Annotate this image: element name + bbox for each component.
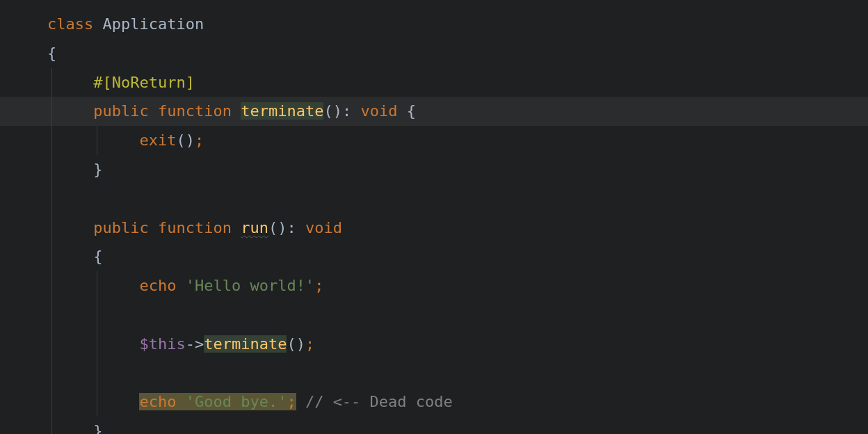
string-literal: 'Good bye.': [186, 393, 287, 410]
code-line[interactable]: [0, 300, 868, 330]
code-line[interactable]: }: [0, 417, 868, 434]
brace-open: {: [47, 45, 56, 62]
comment: // <-- Dead code: [305, 393, 453, 410]
variable-this: $this: [139, 335, 185, 353]
code-line-current[interactable]: public function terminate(): void {: [0, 97, 868, 126]
class-name: Application: [102, 15, 204, 33]
brace-close: }: [93, 422, 102, 434]
function-name-terminate: terminate: [241, 102, 323, 120]
code-line[interactable]: echo 'Good bye.'; // <-- Dead code: [0, 387, 868, 417]
code-line[interactable]: public function run(): void: [0, 214, 868, 243]
arrow-operator: ->: [186, 335, 204, 353]
code-line[interactable]: [0, 184, 868, 214]
keyword-public: public: [93, 219, 148, 236]
code-line[interactable]: {: [0, 39, 868, 68]
code-line[interactable]: echo 'Hello world!';: [0, 271, 868, 300]
dead-code-block: echo 'Good bye.';: [139, 393, 296, 410]
keyword-exit: exit: [139, 131, 176, 149]
code-line[interactable]: {: [0, 242, 868, 271]
code-line[interactable]: [0, 359, 868, 388]
code-editor[interactable]: class Application { #[NoReturn] public f…: [0, 0, 868, 434]
code-line[interactable]: }: [0, 155, 868, 184]
keyword-echo: echo: [139, 277, 176, 294]
function-name-run: run: [241, 219, 268, 236]
keyword-function: function: [158, 219, 232, 236]
brace-open: {: [93, 248, 102, 265]
keyword-echo: echo: [139, 393, 176, 410]
string-literal: 'Hello world!': [186, 277, 314, 294]
code-line[interactable]: class Application: [0, 10, 868, 39]
type-void: void: [305, 219, 342, 236]
keyword-public: public: [93, 102, 148, 120]
keyword-function: function: [158, 102, 232, 120]
code-line[interactable]: $this->terminate();: [0, 330, 868, 359]
parentheses: (): [323, 102, 342, 120]
attribute-noreturn: #[NoReturn]: [93, 74, 195, 91]
method-call-terminate: terminate: [204, 335, 287, 353]
code-line[interactable]: exit();: [0, 126, 868, 155]
keyword-class: class: [47, 15, 93, 33]
code-line[interactable]: #[NoReturn]: [0, 68, 868, 97]
brace-close: }: [93, 161, 102, 178]
type-void: void: [360, 102, 397, 120]
